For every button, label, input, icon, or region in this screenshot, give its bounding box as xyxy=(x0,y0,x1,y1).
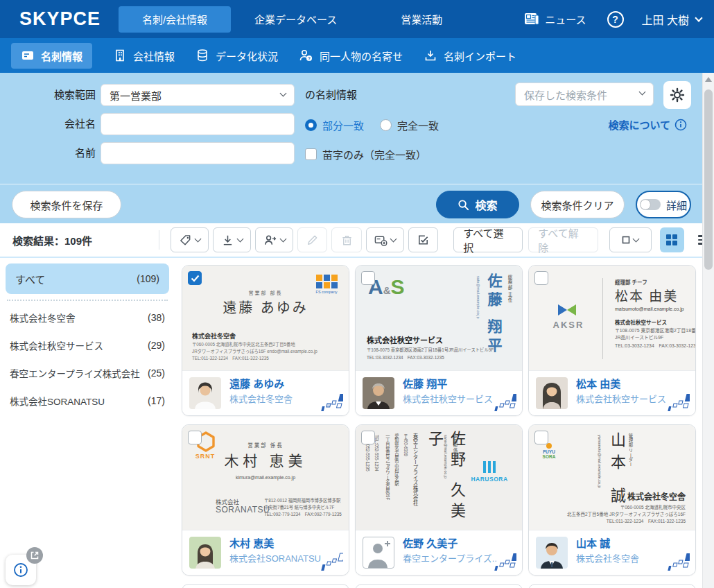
user-menu[interactable]: 上田 大樹 xyxy=(642,11,702,28)
search-action-row: 検索条件を保存 検索 検索条件クリア 詳細 xyxy=(0,184,714,223)
result-count: 検索結果：109件 xyxy=(12,233,149,248)
scrollbar-thumb[interactable] xyxy=(704,89,713,270)
news-button[interactable]: ニュース xyxy=(524,12,586,26)
settings-button[interactable] xyxy=(663,81,691,109)
contact-name-link[interactable]: 遠藤 あゆみ xyxy=(229,376,284,390)
user-name: 上田 大樹 xyxy=(642,11,689,28)
checkbox-unchecked-icon xyxy=(305,148,317,160)
subnav-card-info[interactable]: 名刺情報 xyxy=(11,43,92,69)
open-in-new-badge[interactable] xyxy=(26,547,43,564)
download-icon xyxy=(221,234,234,247)
selection-scope-dropdown[interactable] xyxy=(609,227,652,252)
delete-button[interactable] xyxy=(331,227,361,252)
match-exact-option[interactable]: 完全一致 xyxy=(380,118,439,132)
card-item[interactable]: A&S 総務部 主任 佐藤 翔平 sato@mail.example.co.jp… xyxy=(355,265,523,416)
card-checkbox[interactable] xyxy=(188,431,202,444)
radio-unselected-icon xyxy=(380,119,392,131)
info-fab-button[interactable] xyxy=(6,555,36,585)
card-item[interactable]: FS company 営業部 部長 遠藤 あゆみ 株式会社冬空舎 〒060-00… xyxy=(182,265,349,416)
tab-sales-activity[interactable]: 営業活動 xyxy=(394,6,449,32)
avatar xyxy=(536,537,568,569)
search-button-label: 検索 xyxy=(475,196,497,213)
download-menu-button[interactable] xyxy=(213,227,251,252)
grid-view-button[interactable] xyxy=(660,227,684,252)
sidebar-item-akizora-service[interactable]: 株式会社秋空サービス (29) xyxy=(0,331,175,359)
sidebar-item-fuyuzorasha[interactable]: 株式会社冬空舎 (38) xyxy=(0,304,175,331)
card-checkbox[interactable] xyxy=(188,271,202,285)
sidebar-item-harusora-enterprise[interactable]: 春空エンタープライズ株式会社 (25) xyxy=(0,359,175,387)
tag-menu-button[interactable] xyxy=(171,227,209,252)
scroll-up-arrow[interactable] xyxy=(705,77,712,82)
search-button[interactable]: 検索 xyxy=(436,191,519,218)
scope-select[interactable]: 第一営業部 xyxy=(101,84,295,106)
sidebar-item-all[interactable]: すべて (109) xyxy=(6,263,169,294)
lastname-only-option[interactable]: 苗字のみ（完全一致） xyxy=(305,147,426,162)
app-logo: SKYPCE xyxy=(19,8,101,30)
card-footer: 山本 誠 株式会社冬空舎 xyxy=(529,530,695,575)
contact-company-link[interactable]: 株式会社秋空サービス xyxy=(576,392,666,405)
sidebar-item-count: (29) xyxy=(148,340,165,351)
subnav-digitization-status[interactable]: データ化状況 xyxy=(195,49,278,63)
chevron-down-icon xyxy=(695,14,702,21)
scope-value: 第一営業部 xyxy=(110,88,162,103)
select-all-button[interactable]: すべて選択 xyxy=(453,227,523,252)
gear-icon xyxy=(670,87,685,103)
edit-button[interactable] xyxy=(297,227,327,252)
card-checkbox[interactable] xyxy=(534,431,548,444)
sub-navbar: 名刺情報 会社情報 データ化状況 ? 同一人物の名寄せ 名刺 xyxy=(0,38,714,73)
match-partial-option[interactable]: 部分一致 xyxy=(305,118,364,132)
detail-toggle-label: 詳細 xyxy=(666,198,687,212)
card-add-icon xyxy=(374,234,388,247)
save-conditions-button[interactable]: 検索条件を保存 xyxy=(12,191,121,218)
assign-person-menu-button[interactable] xyxy=(255,227,293,252)
deselect-all-button[interactable]: すべて解除 xyxy=(528,227,598,252)
contact-company-link[interactable]: 株式会社SORANATSU xyxy=(229,551,321,564)
company-input[interactable] xyxy=(101,113,295,135)
detail-toggle[interactable]: 詳細 xyxy=(636,191,691,218)
database-icon xyxy=(195,49,209,62)
about-search-link[interactable]: 検索について xyxy=(608,117,687,132)
card-footer: 佐藤 翔平 株式会社秋空サービス xyxy=(356,371,522,415)
radio-selected-icon xyxy=(305,119,317,131)
name-label: 名前 xyxy=(19,142,96,164)
card-checkbox[interactable] xyxy=(534,271,548,285)
card-checkbox[interactable] xyxy=(361,431,375,444)
contact-name-link[interactable]: 松本 由美 xyxy=(576,376,620,390)
add-to-list-menu-button[interactable] xyxy=(366,227,404,252)
person-question-icon: ? xyxy=(299,49,313,62)
company-filter-sidebar: すべて (109) 株式会社冬空舎 (38) 株式会社秋空サービス (29) 春… xyxy=(0,258,175,588)
subnav-company-info[interactable]: 会社情報 xyxy=(113,49,175,63)
subnav-merge-same-person[interactable]: ? 同一人物の名寄せ xyxy=(299,49,403,63)
contact-name-link[interactable]: 佐藤 翔平 xyxy=(403,376,447,390)
card-item[interactable]: AKSR 経理部 チーフ 松本 由美 matsumoto@mail.exampl… xyxy=(528,265,696,416)
contact-name-link[interactable]: 木村 恵美 xyxy=(229,535,274,550)
card-item[interactable]: FAX:052-555-1235 TEL:052-555-1234 一丁目1番1… xyxy=(355,424,523,576)
contact-company-link[interactable]: 株式会社秋空サービス xyxy=(403,392,493,405)
subnav-card-import[interactable]: 名刺インポート xyxy=(424,49,516,63)
contact-company-link[interactable]: 株式会社冬空舎 xyxy=(229,392,293,405)
contact-company-link[interactable]: 株式会社冬空舎 xyxy=(576,551,639,564)
card-item[interactable] xyxy=(182,584,349,588)
saved-conditions-placeholder: 保存した検索条件 xyxy=(524,87,607,102)
card-checkbox[interactable] xyxy=(361,271,375,285)
contact-name-link[interactable]: 佐野 久美子 xyxy=(403,535,458,550)
help-button[interactable]: ? xyxy=(607,11,624,28)
name-input[interactable] xyxy=(101,142,295,164)
clear-conditions-button[interactable]: 検索条件クリア xyxy=(530,191,625,218)
card-item[interactable]: FUYU SORA yamamoto@mail.example.co.jp 山本… xyxy=(528,424,696,576)
tab-company-database[interactable]: 企業データベース xyxy=(247,6,344,32)
card-item[interactable] xyxy=(528,584,696,588)
chevron-down-icon xyxy=(639,89,646,96)
sidebar-item-count: (38) xyxy=(148,312,165,323)
saved-conditions-select[interactable]: 保存した検索条件 xyxy=(515,83,654,106)
card-item[interactable] xyxy=(355,584,523,588)
checkbox-edit-icon xyxy=(417,234,430,247)
contact-company-link[interactable]: 春空エンタープライズ... xyxy=(403,551,496,564)
contact-name-link[interactable]: 山本 誠 xyxy=(576,535,610,550)
sidebar-item-soranatsu[interactable]: 株式会社SORANATSU (17) xyxy=(0,387,175,415)
card-item[interactable]: SRNT 営業部 係長 木村 恵美 kimura@mail.example.co… xyxy=(182,424,349,576)
toggle-off-icon xyxy=(640,199,661,210)
vertical-scrollbar[interactable] xyxy=(702,73,714,588)
tab-card-company-info[interactable]: 名刺/会社情報 xyxy=(119,6,231,33)
bulk-check-button[interactable] xyxy=(408,227,438,252)
